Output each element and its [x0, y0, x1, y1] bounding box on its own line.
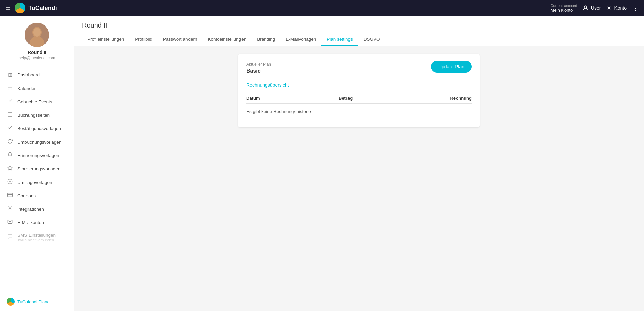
confirmation-icon: [7, 125, 13, 132]
gear-icon: [606, 5, 612, 11]
footer-link-label: TuCalendi Pläne: [17, 299, 50, 304]
tab-passwort-aendern[interactable]: Passwort ändern: [158, 33, 202, 46]
tab-kontoeinstellungen[interactable]: Kontoeinstellungen: [202, 33, 252, 46]
sidebar-item-umfragevorlagen[interactable]: Umfragevorlagen: [0, 175, 74, 189]
sidebar-item-label: Erinnerungsvorlagen: [17, 153, 59, 158]
email-icon: [7, 219, 13, 226]
sidebar-item-integrationen[interactable]: Integrationen: [0, 202, 74, 216]
logo: TuCalendi: [15, 3, 57, 13]
svg-point-1: [608, 7, 610, 9]
profile-email: help@tucalendi.com: [19, 56, 55, 60]
svg-point-17: [9, 208, 11, 209]
tucalendi-plaene-link[interactable]: TuCalendi Pläne: [7, 298, 67, 306]
tabs: Profileinstellungen Profilbild Passwort …: [82, 33, 636, 46]
plan-section: Aktueller Plan Basic Update Plan: [246, 62, 472, 74]
svg-rect-11: [8, 112, 12, 116]
sidebar-item-kalender[interactable]: Kalender: [0, 82, 74, 95]
billing-empty-message: Es gibt keine Rechnungshistorie: [246, 104, 472, 119]
billing-title[interactable]: Rechnungsübersicht: [246, 82, 472, 88]
billing-table-header: Datum Betrag Rechnung: [246, 93, 472, 104]
user-button[interactable]: User: [582, 5, 601, 11]
sidebar-item-gebuchte-events[interactable]: Gebuchte Events: [0, 95, 74, 108]
calendar-icon: [7, 85, 13, 92]
cancel-icon: [7, 165, 13, 172]
footer-logo-icon: [7, 298, 15, 306]
sidebar-item-umbuchungsvorlagen[interactable]: Umbuchungsvorlagen: [0, 135, 74, 149]
sidebar-item-label: E-Mailkonten: [17, 220, 44, 225]
sidebar-item-erinnerungsvorlagen[interactable]: Erinnerungsvorlagen: [0, 149, 74, 162]
svg-point-0: [585, 6, 587, 8]
svg-rect-15: [8, 193, 13, 197]
sidebar: Round II help@tucalendi.com ⊞ Dashboard …: [0, 0, 74, 311]
sms-icon: [7, 234, 13, 241]
sidebar-item-label: SMS Einstellungen: [17, 232, 56, 238]
tab-branding[interactable]: Branding: [252, 33, 280, 46]
col-rechnung-header: Rechnung: [431, 96, 472, 101]
current-account-name: Mein Konto: [551, 8, 577, 13]
tab-profilbild[interactable]: Profilbild: [129, 33, 158, 46]
sidebar-item-dashboard[interactable]: ⊞ Dashboard: [0, 68, 74, 82]
sidebar-item-label: Integrationen: [17, 207, 44, 212]
user-icon: [582, 5, 589, 11]
sidebar-item-label: Umbuchungsvorlagen: [17, 140, 61, 145]
tab-plan-settings[interactable]: Plan settings: [321, 33, 358, 46]
konto-button[interactable]: Konto: [606, 5, 627, 11]
tab-profileinstellungen[interactable]: Profileinstellungen: [82, 33, 129, 46]
billing-table: Datum Betrag Rechnung Es gibt keine Rech…: [246, 93, 472, 119]
page-content: Aktueller Plan Basic Update Plan Rechnun…: [74, 46, 644, 136]
topbar: ☰ TuCalendi Current account Mein Konto U…: [0, 0, 644, 16]
survey-icon: [7, 179, 13, 186]
update-plan-button[interactable]: Update Plan: [431, 61, 472, 73]
reminder-icon: [7, 152, 13, 159]
page-title: Round II: [82, 21, 636, 33]
page-header: Round II Profileinstellungen Profilbild …: [74, 16, 644, 46]
coupons-icon: [7, 192, 13, 199]
sidebar-item-label: Kalender: [17, 86, 36, 91]
sidebar-item-label: Stornierungsvorlagen: [17, 166, 60, 171]
col-datum-header: Datum: [246, 96, 339, 101]
sidebar-item-bestaetigungsvorlagen[interactable]: Bestätigungsvorlagen: [0, 122, 74, 135]
current-account: Current account Mein Konto: [551, 4, 577, 13]
bookingpages-icon: [7, 112, 13, 118]
sidebar-item-buchungsseiten[interactable]: Buchungsseiten: [0, 108, 74, 122]
sidebar-nav: ⊞ Dashboard Kalender Gebuchte Events Buc…: [0, 66, 74, 292]
profile-name: Round II: [28, 50, 46, 55]
current-account-label: Current account: [551, 4, 577, 8]
logo-icon: [15, 3, 25, 13]
sidebar-item-label: Buchungsseiten: [17, 113, 50, 118]
svg-point-5: [33, 28, 41, 37]
sidebar-item-label: Gebuchte Events: [17, 99, 52, 104]
main-content: Round II Profileinstellungen Profilbild …: [74, 0, 644, 311]
sidebar-profile: Round II help@tucalendi.com: [0, 16, 74, 66]
topbar-right: Current account Mein Konto User Konto ⋮: [551, 4, 639, 13]
plan-settings-card: Aktueller Plan Basic Update Plan Rechnun…: [238, 54, 480, 127]
sidebar-item-emailkonten[interactable]: E-Mailkonten: [0, 216, 74, 229]
sidebar-item-sms-einstellungen[interactable]: SMS Einstellungen Twilio nicht verbunden: [0, 229, 74, 245]
sidebar-footer: TuCalendi Pläne: [0, 292, 74, 311]
svg-rect-10: [8, 99, 12, 103]
sidebar-item-coupons[interactable]: Coupons: [0, 189, 74, 202]
svg-rect-6: [8, 86, 12, 90]
rebook-icon: [7, 139, 13, 145]
integrations-icon: [7, 206, 13, 212]
tab-e-mailvorlagen[interactable]: E-Mailvorlagen: [280, 33, 321, 46]
sidebar-item-label: Umfragevorlagen: [17, 180, 52, 185]
sidebar-item-label: Bestätigungsvorlagen: [17, 126, 61, 131]
sidebar-item-label: Dashboard: [17, 72, 40, 77]
tab-dsgvo[interactable]: DSGVO: [358, 33, 385, 46]
sidebar-item-label: Coupons: [17, 193, 36, 198]
avatar-image: [25, 23, 49, 47]
col-betrag-header: Betrag: [339, 96, 431, 101]
more-button[interactable]: ⋮: [632, 4, 639, 12]
sidebar-item-sub: Twilio nicht verbunden: [17, 238, 56, 242]
events-icon: [7, 98, 13, 105]
menu-toggle-button[interactable]: ☰: [5, 4, 11, 12]
billing-section: Rechnungsübersicht Datum Betrag Rechnung…: [246, 82, 472, 119]
sidebar-item-stornierungsvorlagen[interactable]: Stornierungsvorlagen: [0, 162, 74, 175]
logo-text: TuCalendi: [28, 5, 57, 12]
avatar: [25, 23, 49, 47]
dashboard-icon: ⊞: [7, 72, 13, 78]
